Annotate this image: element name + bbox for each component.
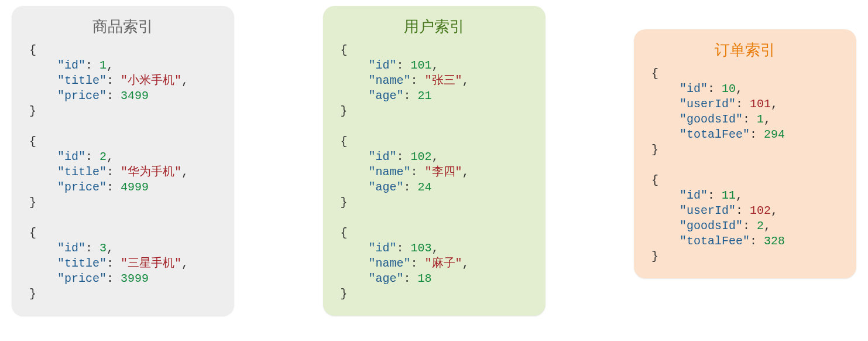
val-price: 3499 [121,89,149,103]
users-code: { "id": 101, "name": "张三", "age": 21 } {… [341,43,528,302]
brace-open: { [29,43,36,57]
val-totalfee: 294 [764,128,785,141]
key-id: "id" [57,59,85,72]
val-id: 1 [100,59,107,72]
card-products-title: 商品索引 [29,16,217,37]
val-title: "小米手机" [121,74,181,87]
products-code: { "id": 1, "title": "小米手机", "price": 349… [29,43,217,302]
card-products: 商品索引 { "id": 1, "title": "小米手机", "price"… [12,6,234,316]
val-goodsid: 1 [757,112,764,126]
key-price: "price" [57,89,107,103]
card-users-title: 用户索引 [341,16,528,37]
key-id: "id" [369,59,397,72]
key-name: "name" [369,74,411,87]
key-goodsid: "goodsId" [680,112,743,126]
orders-code: { "id": 10, "userId": 101, "goodsId": 1,… [651,66,839,264]
brace-close: } [29,104,36,118]
key-age: "age" [369,89,404,103]
val-age: 21 [418,89,432,103]
val-userid: 101 [750,97,771,111]
key-id: "id" [680,82,708,96]
card-orders-title: 订单索引 [651,40,839,60]
key-userid: "userId" [680,97,736,111]
card-users: 用户索引 { "id": 101, "name": "张三", "age": 2… [323,6,545,316]
val-name: "张三" [425,74,462,87]
key-totalfee: "totalFee" [680,128,750,141]
val-id: 10 [722,82,736,96]
key-title: "title" [57,74,107,87]
card-orders: 订单索引 { "id": 10, "userId": 101, "goodsId… [634,29,856,278]
val-id: 101 [411,59,432,72]
